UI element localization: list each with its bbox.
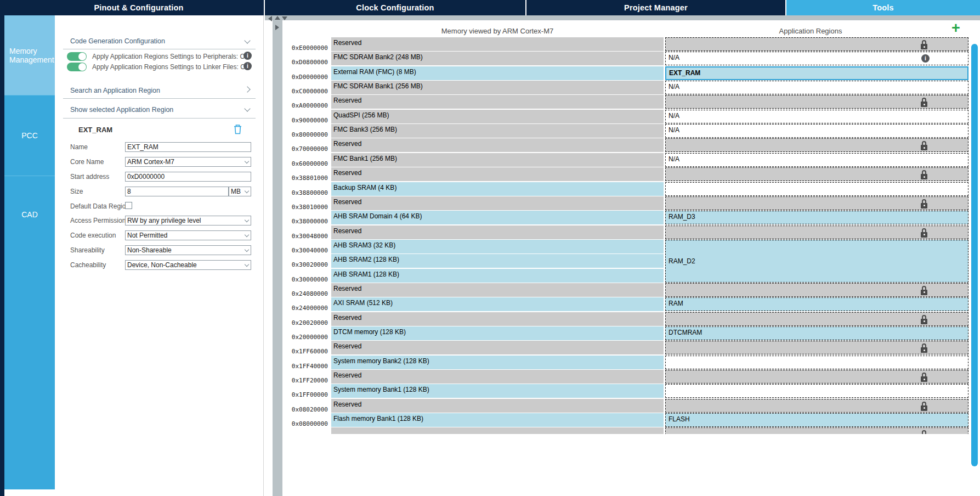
toggle-label: Apply Application Regions Settings to Pe… <box>92 53 250 60</box>
show-selected-region-section-header[interactable]: Show selected Application Region <box>70 106 173 114</box>
address-label: 0x30048000 <box>285 233 328 240</box>
region-cell-na[interactable]: N/A <box>665 124 968 138</box>
tab-project-manager[interactable]: Project Manager <box>525 0 785 15</box>
field-name-input[interactable]: EXT_RAM <box>125 142 251 152</box>
collapse-left-icon[interactable] <box>268 16 272 21</box>
memory-cell: DTCM memory (128 KB) <box>331 326 664 340</box>
memory-cell: Reserved <box>331 37 664 51</box>
region-cell-locked[interactable] <box>665 370 968 384</box>
chevron-down-icon <box>245 247 249 252</box>
memory-cell <box>331 427 664 434</box>
info-icon[interactable]: i <box>243 62 252 70</box>
region-cell-dtcmram[interactable]: DTCMRAM <box>665 326 968 340</box>
toggle-knob <box>78 53 86 60</box>
field-default-data-region-checkbox[interactable] <box>125 202 132 209</box>
info-icon[interactable]: i <box>921 54 930 63</box>
memory-cell: AHB SRAM1 (128 KB) <box>331 269 664 283</box>
region-cell-ram_d3[interactable]: RAM_D3 <box>665 211 968 224</box>
address-label: 0x30000000 <box>285 276 328 283</box>
field-core-name-select[interactable]: ARM Cortex-M7 <box>125 157 251 167</box>
tab-tools[interactable]: Tools <box>785 0 980 15</box>
chevron-down-icon[interactable] <box>244 37 250 43</box>
regions-column-header: Application Regions <box>673 27 948 35</box>
region-cell-empty[interactable] <box>665 356 968 369</box>
horizontal-splitter[interactable] <box>265 15 980 20</box>
region-cell-locked[interactable] <box>665 37 968 51</box>
memory-cell: FMC Bank3 (256 MB) <box>331 124 664 138</box>
field-cacheability-select[interactable]: Device, Non-Cacheable <box>125 260 251 270</box>
delete-region-button[interactable] <box>233 124 242 137</box>
region-cell-na[interactable]: N/A <box>665 153 968 167</box>
expand-right-icon[interactable] <box>275 25 279 30</box>
region-cell-na[interactable]: N/A <box>665 110 968 123</box>
address-label: 0x1FF40000 <box>285 363 328 370</box>
memory-cell: Reserved <box>331 226 664 239</box>
field-code-execution-select[interactable]: Not Permitted <box>125 230 251 240</box>
code-generation-section-header[interactable]: Code Generation Configuration <box>70 37 165 45</box>
vertical-scrollbar[interactable] <box>971 44 978 466</box>
field-access-permission-select[interactable]: RW by any privilege level <box>125 216 251 226</box>
tab-pinout-configuration[interactable]: Pinout & Configuration <box>14 0 264 15</box>
region-cell-locked[interactable] <box>665 427 968 434</box>
selected-region-title: EXT_RAM <box>78 126 112 134</box>
address-label: 0x20000000 <box>285 334 328 341</box>
region-cell-locked[interactable] <box>665 196 968 210</box>
chevron-right-icon[interactable] <box>244 86 250 92</box>
collapse-down-icon[interactable] <box>282 16 287 20</box>
add-region-button[interactable]: + <box>948 21 964 36</box>
field-size-input[interactable]: 8 <box>125 187 229 196</box>
lock-icon <box>921 430 927 434</box>
address-label: 0x70000000 <box>285 145 328 153</box>
sidebar-item-memory-management[interactable]: Memory Management <box>4 15 55 95</box>
address-label: 0x1FF20000 <box>285 377 328 384</box>
region-cell-na[interactable]: N/Ai <box>665 52 968 65</box>
divider <box>63 98 256 99</box>
memory-cell: Backup SRAM (4 KB) <box>331 182 664 196</box>
collapse-up-icon[interactable] <box>275 16 280 20</box>
info-icon[interactable]: i <box>243 52 252 60</box>
trash-icon <box>233 124 242 134</box>
lock-icon <box>921 402 927 411</box>
lock-icon <box>921 286 927 295</box>
lock-icon <box>921 228 927 238</box>
region-cell-locked[interactable] <box>665 226 968 239</box>
address-label: 0x08000000 <box>285 420 328 427</box>
address-label: 0x24000000 <box>285 305 328 312</box>
vertical-splitter[interactable] <box>273 20 282 496</box>
top-tab-bar: Pinout & ConfigurationClock Configuratio… <box>0 0 980 15</box>
field-access-permission-label: Access Permission <box>70 217 126 224</box>
region-cell-locked[interactable] <box>665 138 968 152</box>
tab-clock-configuration[interactable]: Clock Configuration <box>264 0 525 15</box>
toggle-knob <box>78 63 86 71</box>
sidebar-item-pcc[interactable]: PCC <box>4 95 55 176</box>
region-cell-locked[interactable] <box>665 95 968 109</box>
field-start-address-input[interactable]: 0xD0000000 <box>125 172 251 182</box>
memory-cell: Reserved <box>331 196 664 210</box>
memory-cell: FMC SDRAM Bank2 (248 MB) <box>331 52 664 65</box>
region-cell-locked[interactable] <box>665 399 968 413</box>
region-cell-ram_d2[interactable]: RAM_D2 <box>665 240 968 283</box>
toggle-switch[interactable] <box>67 52 87 61</box>
address-label: 0xE0000000 <box>285 44 328 52</box>
region-cell-empty[interactable] <box>665 182 968 196</box>
memory-cell: Reserved <box>331 370 664 384</box>
toggle-switch[interactable] <box>67 63 87 71</box>
region-cell-selected-ext_ram[interactable]: EXT_RAM <box>665 66 968 80</box>
sidebar-item-cad[interactable]: CAD <box>4 176 55 252</box>
region-cell-locked[interactable] <box>665 283 968 297</box>
field-size-label: Size <box>70 188 83 195</box>
chevron-down-icon[interactable] <box>244 105 250 111</box>
field-shareability-select[interactable]: Non-Shareable <box>125 245 251 255</box>
chevron-down-icon <box>245 189 249 193</box>
region-cell-na[interactable]: N/A <box>665 81 968 94</box>
region-cell-locked[interactable] <box>665 167 968 181</box>
field-size-unit-select[interactable]: MB <box>229 187 251 196</box>
search-region-section-header[interactable]: Search an Application Region <box>70 87 160 94</box>
region-cell-empty[interactable] <box>665 384 968 398</box>
region-cell-locked[interactable] <box>665 312 968 326</box>
chevron-down-icon <box>245 159 249 164</box>
region-cell-ram[interactable]: RAM <box>665 297 968 311</box>
lock-icon <box>921 141 927 150</box>
region-cell-locked[interactable] <box>665 341 968 354</box>
region-cell-flash[interactable]: FLASH <box>665 413 968 427</box>
